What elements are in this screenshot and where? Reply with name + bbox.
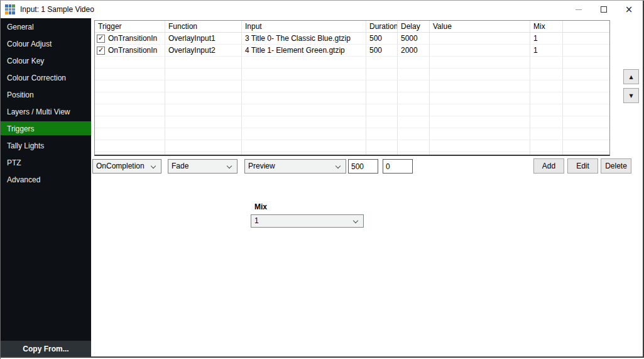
table-row-empty[interactable]	[95, 104, 609, 116]
table-cell	[430, 80, 530, 92]
table-row[interactable]: ✓OnTransitionInOverlayInput13 Title 0- T…	[95, 33, 609, 45]
table-cell	[563, 104, 609, 116]
function-select[interactable]: Fade	[168, 159, 237, 174]
table-cell	[165, 116, 242, 128]
table-row[interactable]: ✓OnTransitionInOverlayInput24 Title 1- E…	[95, 45, 609, 57]
table-cell	[165, 104, 242, 116]
table-row-empty[interactable]	[95, 92, 609, 104]
table-cell	[530, 92, 563, 104]
table-cell	[95, 57, 165, 69]
table-cell	[366, 57, 398, 69]
sidebar-item-ptz[interactable]: PTZ	[1, 154, 91, 171]
table-cell: 2000	[398, 45, 430, 57]
table-cell	[430, 104, 530, 116]
duration-input[interactable]	[348, 159, 378, 174]
table-row-empty[interactable]	[95, 140, 609, 152]
sidebar-item-label: Position	[7, 91, 34, 99]
table-cell	[366, 80, 398, 92]
sidebar-item-advanced[interactable]: Advanced	[1, 171, 91, 188]
trigger-cell-label: OnTransitionIn	[108, 34, 157, 43]
table-cell	[165, 57, 242, 69]
edit-button[interactable]: Edit	[567, 158, 598, 174]
sidebar-item-triggers[interactable]: Triggers	[1, 120, 91, 137]
move-up-button[interactable]: ▲	[623, 69, 639, 84]
table-cell	[398, 128, 430, 140]
table-row-empty[interactable]	[95, 152, 609, 156]
input-select-value: Preview	[248, 162, 275, 170]
column-header	[563, 21, 609, 33]
sidebar-item-layers-multi-view[interactable]: Layers / Multi View	[1, 103, 91, 120]
sidebar-item-label: Advanced	[7, 175, 40, 184]
maximize-button[interactable]	[591, 1, 616, 18]
table-rows: ✓OnTransitionInOverlayInput13 Title 0- T…	[95, 33, 609, 156]
sidebar-item-label: General	[7, 23, 34, 31]
delete-button-label: Delete	[605, 162, 627, 170]
input-select[interactable]: Preview	[244, 159, 346, 174]
table-cell	[563, 57, 609, 69]
sidebar-item-label: Tally Lights	[7, 141, 44, 150]
minimize-icon	[576, 9, 582, 10]
trigger-checkbox[interactable]: ✓	[97, 47, 105, 55]
table-cell	[563, 45, 609, 57]
table-cell	[563, 116, 609, 128]
window-title: Input: 1 Sample Video	[20, 5, 94, 14]
delay-input[interactable]	[383, 159, 413, 174]
table-header: TriggerFunctionInputDurationDelayValueMi…	[95, 21, 609, 33]
chevron-down-icon	[353, 218, 358, 223]
table-cell	[242, 104, 366, 116]
table-cell: 500	[366, 33, 398, 45]
sidebar-item-colour-key[interactable]: Colour Key	[1, 52, 91, 69]
table-cell	[95, 152, 165, 156]
delete-button[interactable]: Delete	[601, 158, 631, 174]
table-cell	[366, 140, 398, 152]
table-cell	[430, 140, 530, 152]
function-select-value: Fade	[172, 162, 188, 170]
table-cell	[95, 69, 165, 80]
table-cell: 1	[530, 45, 563, 57]
sidebar-item-label: Colour Adjust	[7, 40, 52, 48]
table-cell	[530, 152, 563, 156]
table-cell: 4 Title 1- Element Green.gtzip	[242, 45, 366, 57]
table-cell	[430, 152, 530, 156]
mix-select-value: 1	[254, 216, 259, 225]
sidebar-item-tally-lights[interactable]: Tally Lights	[1, 137, 91, 154]
column-header: Input	[242, 21, 366, 33]
sidebar-item-colour-correction[interactable]: Colour Correction	[1, 69, 91, 86]
table-cell	[398, 104, 430, 116]
table-row-empty[interactable]	[95, 80, 609, 92]
trigger-checkbox[interactable]: ✓	[97, 35, 105, 43]
mix-select[interactable]: 1	[251, 214, 364, 228]
sidebar-item-label: Colour Correction	[7, 74, 66, 82]
table-cell	[563, 128, 609, 140]
titlebar: Input: 1 Sample Video ×	[1, 1, 644, 18]
table-cell: 1	[530, 33, 563, 45]
table-cell	[366, 128, 398, 140]
table-cell: OverlayInput2	[165, 45, 242, 57]
app-icon	[5, 4, 15, 14]
sidebar-item-colour-adjust[interactable]: Colour Adjust	[1, 35, 91, 52]
table-cell	[165, 69, 242, 80]
table-cell	[430, 45, 530, 57]
table-cell	[165, 92, 242, 104]
sidebar-item-position[interactable]: Position	[1, 86, 91, 103]
table-cell	[242, 92, 366, 104]
table-row-empty[interactable]	[95, 69, 609, 80]
add-button[interactable]: Add	[533, 158, 564, 174]
sidebar: GeneralColour AdjustColour KeyColour Cor…	[1, 18, 91, 341]
copy-from-label: Copy From...	[23, 345, 68, 353]
sidebar-item-general[interactable]: General	[1, 18, 91, 35]
move-down-button[interactable]: ▼	[623, 88, 639, 103]
table-cell	[430, 57, 530, 69]
trigger-select[interactable]: OnCompletion	[92, 159, 161, 174]
mix-label: Mix	[254, 202, 267, 211]
table-cell: OverlayInput1	[165, 33, 242, 45]
table-cell	[398, 116, 430, 128]
table-row-empty[interactable]	[95, 116, 609, 128]
table-row-empty[interactable]	[95, 57, 609, 69]
table-row-empty[interactable]	[95, 128, 609, 140]
copy-from-button[interactable]: Copy From...	[1, 341, 91, 357]
edit-button-label: Edit	[576, 162, 589, 170]
chevron-down-icon	[227, 163, 232, 168]
close-button[interactable]: ×	[616, 1, 641, 18]
column-header: Function	[165, 21, 242, 33]
